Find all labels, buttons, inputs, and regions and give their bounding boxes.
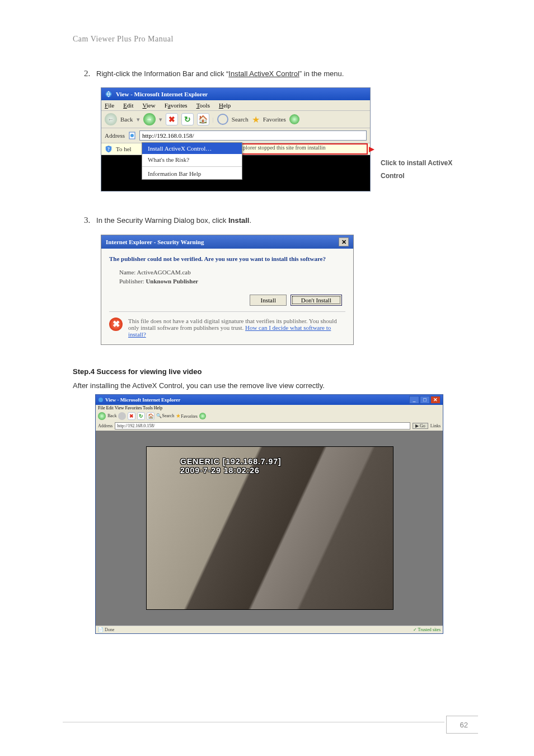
stop-button[interactable]: ✖ — [128, 412, 135, 420]
ie-logo-icon — [105, 90, 113, 98]
step-4-heading: Step.4 Success for viewing live video — [73, 367, 472, 376]
maximize-button[interactable]: □ — [420, 396, 430, 404]
security-titlebar: Internet Explorer - Security Warning ✕ — [101, 235, 353, 249]
search-button[interactable]: 🔍Search — [156, 413, 174, 418]
ie-titlebar: View - Microsoft Internet Explorer — [101, 88, 370, 100]
minimize-button[interactable]: _ — [409, 396, 419, 404]
home-button[interactable]: 🏠 — [147, 412, 154, 420]
callout-text: Click to install ActiveX Control — [381, 87, 470, 183]
ie2-addressbar: Address http://192.168.0.158/ ▶ Go Links — [96, 421, 443, 431]
warning-icon: ✖ — [109, 318, 123, 331]
ie-window-liveview: View - Microsoft Internet Explorer _ □ ✕… — [95, 394, 443, 634]
address-label: Address — [105, 132, 125, 139]
footer-rule — [63, 722, 444, 722]
forward-button[interactable]: → — [143, 113, 156, 125]
step-3-text: 3. In the Security Warning Dialog box, c… — [95, 214, 472, 227]
search-icon — [217, 114, 228, 125]
ie-toolbar: ← Back ▾ → ▾ ✖ ↻ 🏠 | Search ★ Favorites — [101, 111, 370, 128]
history-button[interactable] — [199, 413, 206, 419]
search-button[interactable]: Search — [232, 116, 249, 123]
ctx-whats-the-risk[interactable]: What's the Risk? — [142, 154, 242, 165]
menu-edit[interactable]: Edit — [123, 102, 133, 109]
back-dropdown[interactable]: ▾ — [137, 116, 140, 123]
security-warning-dialog: Internet Explorer - Security Warning ✕ T… — [101, 235, 354, 345]
status-trusted-sites: ✓ Trusted sites — [413, 627, 441, 632]
page-icon — [128, 132, 136, 139]
security-question: The publisher could not be verified. Are… — [109, 255, 345, 262]
camera-overlay-text: GENERIC [192.168.7.97] 2009-7-29 18:02:2… — [180, 457, 282, 476]
links-button[interactable]: Links — [430, 423, 441, 428]
svg-point-4 — [99, 398, 103, 402]
menu-file[interactable]: File — [105, 102, 114, 109]
infobar-text: To hel — [116, 146, 132, 152]
page-number: 62 — [460, 721, 468, 729]
close-button[interactable]: ✕ — [430, 396, 441, 404]
shield-icon: ? — [105, 145, 113, 153]
step-4-text: After installing the ActiveX Control, yo… — [73, 381, 472, 390]
camera-live-view: GENERIC [192.168.7.97] 2009-7-29 18:02:2… — [146, 446, 394, 610]
favorites-button[interactable]: Favorites — [263, 116, 286, 123]
home-button[interactable]: 🏠 — [197, 113, 209, 125]
ie-menubar[interactable]: File Edit View Favorites Tools Help — [101, 100, 370, 111]
ctx-install-activex[interactable]: Install ActiveX Control… — [142, 143, 242, 154]
menu-favorites[interactable]: Favorites — [165, 102, 188, 109]
address-input[interactable] — [139, 130, 367, 141]
ctx-infobar-help[interactable]: Information Bar Help — [142, 168, 242, 179]
svg-point-2 — [130, 134, 134, 137]
favorites-icon: ★ — [252, 114, 260, 125]
stop-button[interactable]: ✖ — [166, 113, 178, 125]
ie2-menubar[interactable]: File Edit View Favorites Tools Help — [96, 405, 443, 411]
back-button[interactable]: ← — [105, 113, 117, 125]
close-button[interactable]: ✕ — [339, 237, 349, 246]
dont-install-button[interactable]: Don't Install — [291, 295, 342, 306]
ie-addressbar: Address — [101, 128, 370, 143]
history-icon[interactable] — [289, 114, 299, 124]
menu-view[interactable]: View — [142, 102, 155, 109]
page-header: Cam Viewer Plus Pro Manual — [73, 34, 472, 45]
ie2-titlebar: View - Microsoft Internet Explorer _ □ ✕ — [96, 395, 443, 405]
ie2-statusbar: 📄 Done ✓ Trusted sites — [96, 626, 443, 633]
status-done: 📄 Done — [98, 627, 114, 632]
forward-button[interactable] — [118, 412, 126, 420]
publisher-row: Publisher: Unknown Publisher — [119, 278, 345, 284]
file-name-row: Name: ActiveAGOCAM.cab — [119, 269, 345, 276]
security-warning-footer: ✖ This file does not have a valid digita… — [109, 311, 345, 338]
back-button[interactable] — [98, 412, 106, 420]
address-label: Address — [98, 423, 113, 428]
refresh-button[interactable]: ↻ — [181, 113, 194, 125]
menu-tools[interactable]: Tools — [196, 102, 210, 109]
favorites-button[interactable]: ★Favorites — [176, 413, 198, 419]
back-label: Back — [120, 116, 133, 123]
ie2-toolbar: Back ✖ ↻ 🏠 🔍Search ★Favorites — [96, 411, 443, 421]
ie-information-bar[interactable]: ? To hel Install ActiveX Control… What's… — [101, 143, 370, 155]
forward-dropdown[interactable]: ▾ — [159, 116, 162, 123]
menu-help[interactable]: Help — [219, 102, 231, 109]
infobar-highlight: Explorer stopped this site from installi… — [235, 143, 368, 155]
svg-text:?: ? — [107, 147, 110, 152]
install-button[interactable]: Install — [250, 295, 287, 306]
callout-arrow — [369, 147, 374, 152]
ie-window-infobar: View - Microsoft Internet Explorer File … — [101, 87, 371, 192]
ie-logo-icon — [98, 397, 104, 403]
ctx-separator — [142, 166, 242, 167]
address-input[interactable]: http://192.168.0.158/ — [115, 422, 410, 430]
page-number-box: 62 — [446, 716, 478, 734]
step-2-text: 2. Right-click the Information Bar and c… — [95, 67, 472, 80]
refresh-button[interactable]: ↻ — [137, 412, 145, 420]
infobar-context-menu: Install ActiveX Control… What's the Risk… — [142, 142, 242, 180]
ie2-viewport: GENERIC [192.168.7.97] 2009-7-29 18:02:2… — [96, 431, 443, 626]
go-button[interactable]: ▶ Go — [413, 423, 428, 429]
